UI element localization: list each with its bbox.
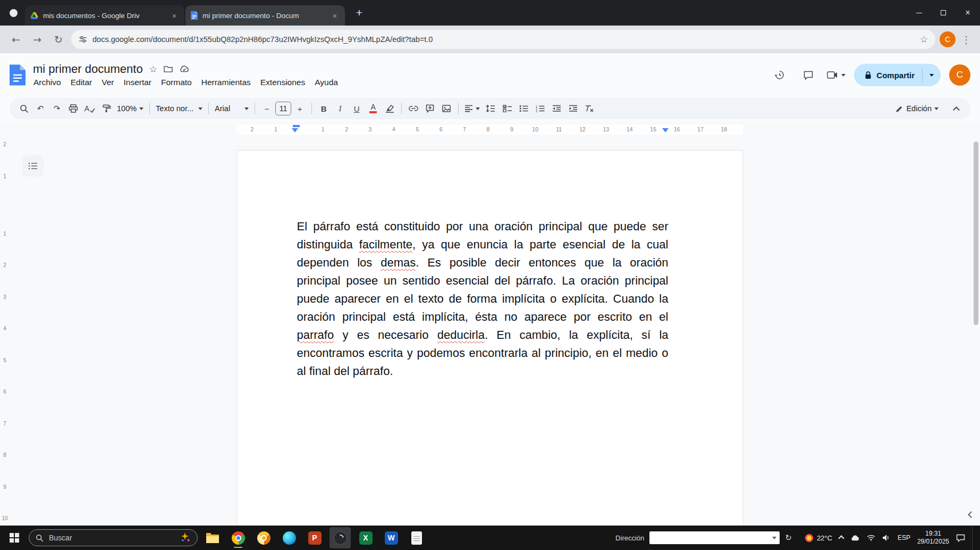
highlight-color-button[interactable] xyxy=(382,100,398,117)
increase-font-size-button[interactable]: + xyxy=(292,100,308,117)
document-title[interactable]: mi primer documento xyxy=(33,62,143,76)
site-info-icon[interactable] xyxy=(79,35,87,44)
chrome-canary-icon[interactable] xyxy=(253,527,274,548)
collapse-toolbar-button[interactable] xyxy=(948,100,964,117)
editing-mode-select[interactable]: Edición xyxy=(893,100,941,117)
menu-item[interactable]: Extensiones xyxy=(256,77,310,88)
video-call-button[interactable] xyxy=(827,71,846,79)
bold-button[interactable]: B xyxy=(316,100,332,117)
word-icon[interactable]: W xyxy=(381,527,402,548)
text-color-button[interactable]: A xyxy=(365,100,381,117)
underline-button[interactable]: U xyxy=(349,100,365,117)
left-indent-marker[interactable] xyxy=(292,128,298,132)
copilot-icon[interactable] xyxy=(180,532,191,543)
address-input[interactable] xyxy=(653,532,772,543)
menu-item[interactable]: Archivo xyxy=(29,77,66,88)
file-explorer-icon[interactable] xyxy=(202,527,223,548)
bulleted-list-button[interactable] xyxy=(516,100,531,117)
right-indent-marker[interactable] xyxy=(662,128,669,132)
maximize-button[interactable] xyxy=(931,0,956,26)
menu-item[interactable]: Formato xyxy=(156,77,197,88)
back-button[interactable]: ← xyxy=(7,31,24,48)
share-options-button[interactable] xyxy=(922,68,941,81)
cloud-status-icon[interactable] xyxy=(179,65,189,72)
redo-button[interactable]: ↷ xyxy=(49,100,65,117)
tab-close-icon[interactable]: × xyxy=(170,11,179,20)
wifi-icon[interactable] xyxy=(867,535,875,541)
star-document-icon[interactable]: ☆ xyxy=(149,64,157,74)
address-bar[interactable]: docs.google.com/document/d/1x55ubQ82p2nH… xyxy=(71,30,935,49)
refresh-icon[interactable]: ↻ xyxy=(785,533,792,543)
cloud-tray-icon[interactable] xyxy=(850,535,860,541)
edge-icon[interactable] xyxy=(278,527,300,548)
excel-icon[interactable]: X xyxy=(355,527,376,548)
comments-icon[interactable] xyxy=(798,65,818,85)
obs-icon[interactable] xyxy=(330,527,351,548)
ruler-number: 1 xyxy=(272,126,280,132)
volume-icon[interactable] xyxy=(882,534,891,541)
taskbar-search-box[interactable]: Buscar xyxy=(29,529,198,546)
tab-close-icon[interactable]: × xyxy=(330,11,340,20)
close-window-button[interactable]: × xyxy=(956,0,980,26)
insert-link-button[interactable] xyxy=(405,100,421,117)
language-indicator[interactable]: ESP xyxy=(898,534,910,541)
notepad-icon[interactable] xyxy=(406,527,427,548)
chrome-icon[interactable] xyxy=(227,527,249,548)
clear-formatting-button[interactable] xyxy=(581,100,597,117)
show-outline-button[interactable] xyxy=(22,155,44,177)
document-paragraph[interactable]: El párrafo está constituido por una orac… xyxy=(297,218,669,380)
docs-account-avatar[interactable]: C xyxy=(949,64,970,86)
checklist-button[interactable] xyxy=(499,100,515,117)
weather-widget[interactable]: 22°C xyxy=(805,534,832,543)
paint-format-button[interactable] xyxy=(98,100,114,117)
start-button[interactable] xyxy=(4,527,24,548)
undo-button[interactable]: ↶ xyxy=(32,100,48,117)
menu-item[interactable]: Insertar xyxy=(119,77,156,88)
menu-item[interactable]: Editar xyxy=(66,77,97,88)
insert-image-button[interactable] xyxy=(438,100,454,117)
minimize-button[interactable] xyxy=(907,0,931,26)
spellcheck-button[interactable]: A xyxy=(82,100,98,117)
font-select[interactable]: Arial xyxy=(213,100,251,117)
zoom-select[interactable]: 100% xyxy=(115,100,146,117)
tab-search-icon[interactable] xyxy=(10,9,18,17)
horizontal-ruler[interactable]: 21123456789101112131415161718 xyxy=(0,122,980,137)
version-history-icon[interactable] xyxy=(770,65,790,85)
reload-button[interactable]: ↻ xyxy=(50,31,67,48)
powerpoint-icon[interactable]: P xyxy=(304,527,325,548)
notification-center-icon[interactable] xyxy=(956,534,965,542)
decrease-indent-button[interactable] xyxy=(548,100,564,117)
share-button[interactable]: Compartir xyxy=(854,64,922,86)
font-size-input[interactable]: 11 xyxy=(275,102,291,115)
add-comment-button[interactable] xyxy=(422,100,438,117)
browser-tab-drive[interactable]: mis documentos - Google Driv × xyxy=(25,5,184,26)
first-line-indent-marker[interactable] xyxy=(293,125,300,127)
decrease-font-size-button[interactable]: − xyxy=(259,100,275,117)
chevron-left-icon[interactable] xyxy=(969,510,974,519)
styles-select[interactable]: Texto nor... xyxy=(154,100,205,117)
italic-button[interactable]: I xyxy=(332,100,348,117)
show-desktop-button[interactable] xyxy=(972,526,975,550)
move-folder-icon[interactable] xyxy=(164,65,173,72)
menu-item[interactable]: Herramientas xyxy=(197,77,256,88)
bookmark-star-icon[interactable]: ☆ xyxy=(920,34,928,45)
menu-item[interactable]: Ayuda xyxy=(310,77,343,88)
line-spacing-button[interactable] xyxy=(483,100,499,117)
chevron-down-icon[interactable] xyxy=(772,537,776,539)
menu-item[interactable]: Ver xyxy=(97,77,119,88)
align-button[interactable] xyxy=(462,100,482,117)
numbered-list-button[interactable]: 123 xyxy=(532,100,548,117)
search-menus-button[interactable] xyxy=(16,100,32,117)
clock[interactable]: 19:31 29/01/2025 xyxy=(917,530,949,546)
browser-profile-avatar[interactable]: C xyxy=(940,31,956,47)
print-button[interactable] xyxy=(65,100,81,117)
browser-tab-docs[interactable]: mi primer documento - Docum × xyxy=(185,5,345,26)
vertical-scrollbar[interactable] xyxy=(974,141,978,325)
new-tab-button[interactable]: + xyxy=(351,5,367,21)
google-docs-logo-icon[interactable] xyxy=(10,64,26,86)
forward-button[interactable]: → xyxy=(29,31,46,48)
document-page[interactable]: El párrafo está constituido por una orac… xyxy=(237,150,744,526)
increase-indent-button[interactable] xyxy=(565,100,581,117)
browser-menu-icon[interactable]: ⋮ xyxy=(960,34,973,45)
hidden-icons-button[interactable] xyxy=(839,533,843,543)
